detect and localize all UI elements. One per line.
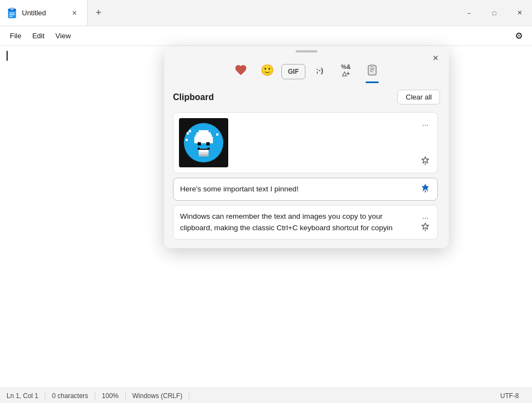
clipboard-title: Clipboard bbox=[173, 92, 214, 102]
svg-rect-22 bbox=[206, 142, 210, 145]
svg-rect-28 bbox=[199, 154, 209, 156]
clipboard-item-image[interactable]: ··· bbox=[173, 112, 438, 173]
minimize-button[interactable]: − bbox=[456, 0, 482, 26]
status-encoding: UTF-8 bbox=[494, 392, 525, 400]
panel-content: Clipboard Clear all bbox=[164, 81, 449, 248]
clipboard-list: ··· Here's some important text I pinned!… bbox=[173, 112, 440, 240]
svg-rect-27 bbox=[199, 152, 209, 154]
panel-close-button[interactable]: ✕ bbox=[428, 50, 443, 66]
svg-rect-19 bbox=[194, 139, 213, 141]
status-position: Ln 1, Col 1 bbox=[7, 392, 45, 400]
svg-rect-9 bbox=[370, 68, 374, 68]
pinned-item-pin-button[interactable] bbox=[418, 180, 433, 196]
pin-filled-icon bbox=[420, 183, 430, 193]
tab-gif[interactable]: GIF bbox=[281, 64, 305, 79]
svg-rect-20 bbox=[194, 141, 213, 143]
clipboard-header: Clipboard Clear all bbox=[173, 90, 440, 104]
svg-rect-29 bbox=[189, 130, 191, 132]
clipboard-item-pinned[interactable]: Here's some important text I pinned! ··· bbox=[173, 178, 438, 201]
menu-bar: File Edit View ⚙ bbox=[0, 26, 532, 46]
clipboard-text-pinned: Here's some important text I pinned! bbox=[180, 184, 431, 195]
status-line-ending: Windows (CRLF) bbox=[126, 392, 189, 400]
maximize-button[interactable]: □ bbox=[482, 0, 507, 26]
image-item-menu-button[interactable]: ··· bbox=[418, 117, 433, 132]
tab-area: Untitled ✕ + bbox=[0, 0, 456, 26]
pin-outline-icon-2 bbox=[420, 222, 430, 232]
svg-rect-10 bbox=[370, 69, 374, 70]
svg-rect-17 bbox=[195, 135, 212, 137]
lightbulb-pixel-art bbox=[179, 118, 228, 167]
emoji-panel: ✕ 🙂 GIF ;-) %&△+ bbox=[164, 46, 449, 248]
pin-outline-icon bbox=[420, 156, 430, 166]
tab-title: Untitled bbox=[22, 9, 64, 17]
clear-all-button[interactable]: Clear all bbox=[397, 90, 440, 104]
svg-rect-5 bbox=[10, 8, 14, 10]
status-characters: 0 characters bbox=[45, 392, 95, 400]
settings-icon[interactable]: ⚙ bbox=[510, 27, 528, 45]
tab-clipboard[interactable] bbox=[360, 59, 384, 81]
menu-file[interactable]: File bbox=[4, 30, 27, 42]
svg-rect-2 bbox=[9, 13, 15, 14]
menu-edit[interactable]: Edit bbox=[27, 30, 50, 42]
svg-rect-24 bbox=[207, 148, 210, 150]
long-item-pin-button[interactable] bbox=[418, 219, 433, 235]
svg-rect-8 bbox=[368, 66, 376, 75]
image-item-pin-button[interactable] bbox=[418, 153, 433, 168]
svg-rect-21 bbox=[198, 142, 201, 145]
tab-emoji-face[interactable]: 🙂 bbox=[255, 59, 279, 81]
notepad-icon bbox=[7, 8, 18, 19]
svg-rect-15 bbox=[199, 130, 209, 132]
notepad-window: Untitled ✕ + − □ ✕ File Edit View ⚙ Ln 1… bbox=[0, 0, 532, 403]
svg-rect-23 bbox=[198, 148, 200, 150]
clipboard-icon bbox=[366, 64, 378, 76]
svg-rect-4 bbox=[9, 16, 13, 17]
svg-rect-31 bbox=[216, 133, 218, 136]
clipboard-item-long[interactable]: Windows can remember the text and images… bbox=[173, 205, 438, 240]
close-button[interactable]: ✕ bbox=[507, 0, 532, 26]
clipboard-text-long: Windows can remember the text and images… bbox=[180, 211, 431, 233]
svg-rect-26 bbox=[199, 150, 209, 152]
svg-rect-12 bbox=[371, 65, 374, 67]
heart-icon bbox=[234, 63, 247, 77]
svg-rect-16 bbox=[196, 132, 211, 135]
text-cursor bbox=[7, 51, 8, 61]
tab-close-button[interactable]: ✕ bbox=[68, 7, 80, 19]
status-zoom: 100% bbox=[95, 392, 126, 400]
svg-rect-32 bbox=[186, 139, 188, 141]
clipboard-image-preview bbox=[179, 118, 228, 167]
drag-bar bbox=[296, 50, 317, 52]
svg-rect-11 bbox=[370, 71, 373, 72]
tab-symbols[interactable]: %&△+ bbox=[334, 59, 358, 81]
svg-rect-18 bbox=[194, 137, 213, 139]
new-tab-button[interactable]: + bbox=[88, 0, 109, 26]
svg-rect-3 bbox=[9, 14, 15, 15]
title-bar: Untitled ✕ + − □ ✕ bbox=[0, 0, 532, 26]
svg-rect-30 bbox=[187, 132, 189, 135]
menu-view[interactable]: View bbox=[50, 30, 76, 42]
panel-tabs: 🙂 GIF ;-) %&△+ bbox=[164, 55, 449, 81]
active-tab[interactable]: Untitled ✕ bbox=[0, 0, 88, 26]
status-bar: Ln 1, Col 1 0 characters 100% Windows (C… bbox=[0, 388, 532, 403]
panel-drag-handle[interactable] bbox=[164, 46, 449, 55]
tab-emoji-kaomoji[interactable] bbox=[229, 59, 253, 81]
title-bar-controls: − □ ✕ bbox=[456, 0, 532, 26]
tab-kaomoji[interactable]: ;-) bbox=[308, 59, 332, 81]
